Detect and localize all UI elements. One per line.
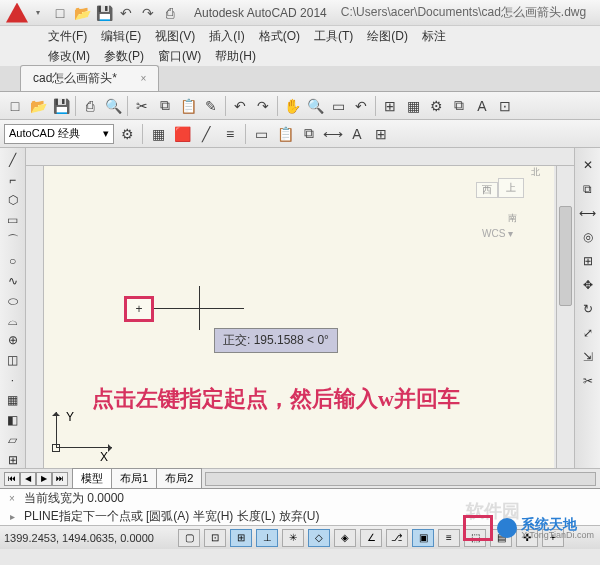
tb-zoom-window[interactable]: ▭ — [327, 95, 349, 117]
tool-hatch[interactable]: ▦ — [3, 392, 23, 408]
tool-spline[interactable]: ∿ — [3, 273, 23, 289]
ws-ltype[interactable]: ╱ — [195, 123, 217, 145]
cmd-toggle-icon[interactable]: × — [4, 491, 20, 505]
tool-offset[interactable]: ◎ — [578, 228, 598, 246]
ws-layer[interactable]: ▦ — [147, 123, 169, 145]
tool-table[interactable]: ⊞ — [3, 452, 23, 468]
menu-format[interactable]: 格式(O) — [259, 28, 300, 45]
sb-grid[interactable]: ⊞ — [230, 529, 252, 547]
tool-mirror[interactable]: ⟷ — [578, 204, 598, 222]
cmd-opt-halfwidth[interactable]: 半宽(H) — [193, 508, 234, 525]
sb-ducs[interactable]: ⎇ — [386, 529, 408, 547]
tool-rect[interactable]: ▭ — [3, 212, 23, 228]
tb-paste[interactable]: 📋 — [177, 95, 199, 117]
tool-stretch[interactable]: ⇲ — [578, 348, 598, 366]
tb-print[interactable]: ⎙ — [79, 95, 101, 117]
tb-zoom[interactable]: 🔍 — [304, 95, 326, 117]
tool-block[interactable]: ◫ — [3, 352, 23, 368]
tool-line[interactable]: ╱ — [3, 152, 23, 168]
sb-lwt[interactable]: ≡ — [438, 529, 460, 547]
tool-trim[interactable]: ✂ — [578, 372, 598, 390]
tab-layout1[interactable]: 布局1 — [111, 468, 157, 489]
tool-region[interactable]: ▱ — [3, 432, 23, 448]
ws-lweight[interactable]: ≡ — [219, 123, 241, 145]
viewcube-west[interactable]: 西 — [476, 182, 498, 198]
ws-insert[interactable]: 📋 — [274, 123, 296, 145]
tb-undo[interactable]: ↶ — [229, 95, 251, 117]
tb-designcenter[interactable]: ▦ — [402, 95, 424, 117]
ws-table[interactable]: ⊞ — [370, 123, 392, 145]
viewcube-wcs[interactable]: WCS ▾ — [482, 228, 513, 239]
viewcube[interactable]: 北 西 上 南 WCS ▾ — [476, 174, 546, 244]
menu-view[interactable]: 视图(V) — [155, 28, 195, 45]
tb-markup[interactable]: A — [471, 95, 493, 117]
tb-open[interactable]: 📂 — [27, 95, 49, 117]
tb-sheetset[interactable]: ⧉ — [448, 95, 470, 117]
tool-gradient[interactable]: ◧ — [3, 412, 23, 428]
ws-text[interactable]: A — [346, 123, 368, 145]
tool-arc[interactable]: ⌒ — [3, 232, 23, 249]
tab-model[interactable]: 模型 — [72, 468, 112, 489]
tb-zoom-prev[interactable]: ↶ — [350, 95, 372, 117]
scroll-thumb[interactable] — [559, 206, 572, 306]
menu-insert[interactable]: 插入(I) — [209, 28, 244, 45]
tool-scale[interactable]: ⤢ — [578, 324, 598, 342]
sb-polar[interactable]: ✳ — [282, 529, 304, 547]
tool-ellipse-arc[interactable]: ⌓ — [3, 313, 23, 329]
tb-props[interactable]: ⊞ — [379, 95, 401, 117]
qat-open[interactable]: 📂 — [72, 3, 92, 23]
sb-osnap[interactable]: ◇ — [308, 529, 330, 547]
tool-copy2[interactable]: ⧉ — [578, 180, 598, 198]
tb-new[interactable]: □ — [4, 95, 26, 117]
tool-polygon[interactable]: ⬡ — [3, 192, 23, 208]
menu-params[interactable]: 参数(P) — [104, 48, 144, 65]
nav-prev[interactable]: ◀ — [20, 472, 36, 486]
app-menu-arrow[interactable]: ▾ — [36, 8, 40, 17]
tool-ellipse[interactable]: ⬭ — [3, 293, 23, 309]
ws-dim[interactable]: ⟷ — [322, 123, 344, 145]
menu-window[interactable]: 窗口(W) — [158, 48, 201, 65]
cmd-opt-arc[interactable]: 圆弧(A) — [149, 508, 189, 525]
workspace-combo[interactable]: AutoCAD 经典 ▾ — [4, 124, 114, 144]
tb-preview[interactable]: 🔍 — [102, 95, 124, 117]
tab-layout2[interactable]: 布局2 — [156, 468, 202, 489]
sb-3dosnap[interactable]: ◈ — [334, 529, 356, 547]
tool-point[interactable]: · — [3, 372, 23, 388]
tool-erase[interactable]: ✕ — [578, 156, 598, 174]
qat-save[interactable]: 💾 — [94, 3, 114, 23]
qat-undo[interactable]: ↶ — [116, 3, 136, 23]
nav-next[interactable]: ▶ — [36, 472, 52, 486]
tool-move[interactable]: ✥ — [578, 276, 598, 294]
menu-dim[interactable]: 标注 — [422, 28, 446, 45]
tb-redo[interactable]: ↷ — [252, 95, 274, 117]
tb-copy[interactable]: ⧉ — [154, 95, 176, 117]
tool-insert[interactable]: ⊕ — [3, 333, 23, 349]
scrollbar-vertical[interactable] — [556, 166, 574, 468]
scrollbar-horizontal[interactable] — [205, 472, 596, 486]
tb-match[interactable]: ✎ — [200, 95, 222, 117]
menu-draw[interactable]: 绘图(D) — [367, 28, 408, 45]
ws-ref[interactable]: ⧉ — [298, 123, 320, 145]
tool-rotate[interactable]: ↻ — [578, 300, 598, 318]
tb-toolpalette[interactable]: ⚙ — [425, 95, 447, 117]
qat-print[interactable]: ⎙ — [160, 3, 180, 23]
ws-gear[interactable]: ⚙ — [116, 123, 138, 145]
tb-cut[interactable]: ✂ — [131, 95, 153, 117]
qat-redo[interactable]: ↷ — [138, 3, 158, 23]
cmd-opt-length[interactable]: 长度(L) — [237, 508, 276, 525]
qat-new[interactable]: □ — [50, 3, 70, 23]
menu-file[interactable]: 文件(F) — [48, 28, 87, 45]
document-tab[interactable]: cad怎么画箭头* × — [20, 65, 159, 91]
sb-infer[interactable]: ▢ — [178, 529, 200, 547]
menu-edit[interactable]: 编辑(E) — [101, 28, 141, 45]
sb-ortho[interactable]: ⊥ — [256, 529, 278, 547]
sb-dyn[interactable]: ▣ — [412, 529, 434, 547]
ws-color[interactable]: 🟥 — [171, 123, 193, 145]
viewcube-top[interactable]: 上 — [498, 178, 524, 198]
menu-modify[interactable]: 修改(M) — [48, 48, 90, 65]
nav-first[interactable]: ⏮ — [4, 472, 20, 486]
coord-display[interactable]: 1399.2453, 1494.0635, 0.0000 — [4, 532, 174, 544]
menu-tools[interactable]: 工具(T) — [314, 28, 353, 45]
sb-snap[interactable]: ⊡ — [204, 529, 226, 547]
sb-otrack[interactable]: ∠ — [360, 529, 382, 547]
